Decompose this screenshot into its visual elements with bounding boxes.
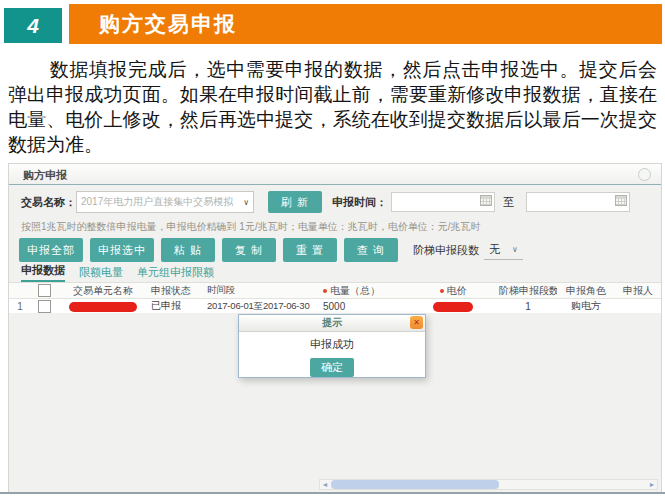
scroll-left-icon[interactable]: ◄ (320, 480, 330, 489)
tab-bar: 申报数据 限额电量 单元组申报限额 (9, 265, 661, 283)
row-checkbox[interactable] (38, 300, 51, 313)
collapse-icon[interactable] (638, 168, 651, 181)
redacted-unit-name (69, 302, 137, 312)
body-paragraph: 数据填报完成后，选中需要申报的数据，然后点击申报选中。提交后会弹出申报成功页面。… (8, 57, 657, 157)
cell-unit-name (57, 300, 149, 311)
success-dialog: 提示 ✕ 申报成功 确定 (238, 314, 426, 378)
chevron-down-icon: ∨ (512, 245, 518, 254)
ladder-count-label: 阶梯申报段数 (413, 243, 479, 258)
paste-button[interactable]: 粘 贴 (161, 238, 215, 262)
copy-button[interactable]: 复 制 (222, 238, 276, 262)
close-icon[interactable]: ✕ (410, 316, 423, 329)
declare-selected-button[interactable]: 申报选中 (90, 238, 154, 262)
redacted-price (433, 302, 473, 312)
app-window: 购方申报 交易名称： 2017年电力用户直接集中交易模拟 ∨ 刷 新 申报时间：… (8, 163, 662, 494)
dialog-title: 提示 (322, 317, 342, 328)
header-quantity: 电量（总） (319, 284, 407, 298)
panel-title: 购方申报 (23, 168, 67, 183)
required-dot-icon (323, 289, 327, 293)
cell-status: 已申报 (149, 299, 207, 313)
panel-header: 购方申报 (9, 164, 661, 185)
table-row[interactable]: 1 已申报 2017-06-01至2017-06-30 5000 1 购电方 (9, 299, 661, 313)
declare-time-label: 申报时间： (332, 195, 387, 210)
chevron-down-icon: ∨ (243, 198, 249, 207)
dialog-message: 申报成功 (239, 337, 425, 352)
reset-button[interactable]: 重 置 (283, 238, 337, 262)
select-all-checkbox[interactable] (38, 284, 51, 297)
header-status: 申报状态 (149, 284, 207, 298)
date-to-input[interactable] (526, 192, 630, 212)
ladder-count-select[interactable]: 无 ∨ (484, 240, 523, 260)
declare-rule-note: 按照1兆瓦时的整数倍申报电量，申报电价精确到 1元/兆瓦时；电量单位：兆瓦时，电… (21, 220, 480, 234)
cell-period: 2017-06-01至2017-06-30 (207, 300, 319, 313)
cell-ladder: 1 (499, 301, 557, 312)
dialog-titlebar: 提示 ✕ (239, 315, 425, 332)
confirm-button[interactable]: 确定 (310, 358, 354, 377)
slide-number: 4 (27, 14, 39, 38)
horizontal-scrollbar[interactable]: ◄ ► (319, 479, 658, 490)
header-quantity-label: 电量（总） (330, 285, 380, 296)
trade-name-value: 2017年电力用户直接集中交易模拟 (81, 195, 240, 209)
calendar-icon[interactable] (615, 195, 627, 206)
header-role: 申报角色 (557, 284, 615, 298)
cell-quantity[interactable]: 5000 (319, 301, 407, 312)
query-button[interactable]: 查 询 (344, 238, 398, 262)
trade-name-select[interactable]: 2017年电力用户直接集中交易模拟 ∨ (76, 191, 254, 213)
tab-declare-data[interactable]: 申报数据 (21, 263, 65, 282)
declare-all-button[interactable]: 申报全部 (19, 238, 83, 262)
row-checkbox-cell (31, 300, 57, 313)
slide-number-badge: 4 (4, 8, 62, 43)
slide-bottom-rule (0, 492, 665, 494)
header-price-label: 电价 (447, 285, 467, 296)
scrollbar-thumb[interactable] (331, 480, 499, 489)
date-from-input[interactable] (391, 192, 495, 212)
slide: 4 购方交易申报 数据填报完成后，选中需要申报的数据，然后点击申报选中。提交后会… (0, 0, 665, 498)
trade-name-label: 交易名称： (21, 195, 76, 210)
slide-title-banner: 购方交易申报 (69, 4, 662, 44)
toolbar: 申报全部 申报选中 粘 贴 复 制 重 置 查 询 阶梯申报段数 无 ∨ (19, 238, 523, 262)
header-person: 申报人 (615, 284, 661, 298)
header-price: 电价 (407, 284, 499, 298)
ladder-count-value: 无 (489, 242, 500, 257)
header-period: 时间段 (207, 284, 319, 297)
cell-price[interactable] (407, 300, 499, 311)
calendar-icon[interactable] (480, 195, 492, 206)
table-header: 交易单元名称 申报状态 时间段 电量（总） 电价 阶梯申报段数 申报角色 申报人 (9, 283, 661, 299)
tab-quota-quantity[interactable]: 限额电量 (79, 265, 123, 282)
refresh-button[interactable]: 刷 新 (268, 191, 322, 213)
filter-row: 交易名称： 2017年电力用户直接集中交易模拟 ∨ 刷 新 申报时间： 至 (21, 191, 630, 213)
required-dot-icon (440, 289, 444, 293)
header-ladder: 阶梯申报段数 (499, 284, 557, 298)
to-label: 至 (503, 195, 514, 210)
row-index: 1 (9, 301, 31, 312)
slide-title: 购方交易申报 (99, 12, 237, 35)
header-checkbox-cell (31, 284, 57, 297)
cell-role: 购电方 (557, 299, 615, 313)
scroll-right-icon[interactable]: ► (647, 480, 657, 489)
tab-unit-group-quota[interactable]: 单元组申报限额 (137, 265, 214, 282)
header-unit-name: 交易单元名称 (57, 284, 149, 298)
